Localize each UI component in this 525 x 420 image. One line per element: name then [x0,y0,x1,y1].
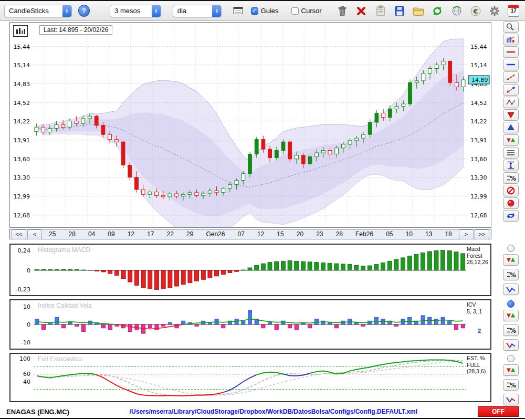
percent-scale-button[interactable]: % [503,172,519,184]
reload-globe-icon [451,5,463,17]
svg-text:14,52: 14,52 [14,100,30,107]
clipboard-button[interactable] [373,4,387,18]
nav-last-button[interactable]: >> [475,229,489,239]
arrows-red-green-icon [505,311,517,320]
macd-signals-button[interactable] [503,254,519,266]
nav-next-button[interactable]: > [459,229,474,239]
stochastic-signals-button[interactable] [503,364,519,376]
refresh-blue-icon [505,212,517,220]
signals-button[interactable] [503,134,519,146]
open-folder-button[interactable] [412,4,426,18]
svg-text:€: € [472,7,478,15]
date-tick: 12 [257,230,264,238]
date-navigation-bar: << < 2528040912172229Gen26071215202328Fe… [9,229,491,239]
arrow-up-blue-icon [505,123,517,132]
disable-button[interactable] [503,185,519,196]
reload-data-button[interactable] [449,4,464,18]
svg-text:0: 0 [27,321,30,328]
calendar-button[interactable]: 17 [507,4,521,18]
select-arrows-icon: ▲▼ [152,5,161,17]
clipboard-icon [375,5,386,17]
icv-radio[interactable] [507,300,514,308]
list-icon [505,149,517,157]
euro-button[interactable]: € [468,4,482,18]
zoom-button[interactable] [503,21,519,33]
svg-text:13,91: 13,91 [14,137,30,144]
zigzag-icon [505,98,517,107]
guides-label: Guies [261,7,279,15]
arrows-red-green-icon [505,366,517,374]
nav-prev-button[interactable]: < [27,229,42,239]
hline-blue-button[interactable] [503,59,519,70]
svg-text:12,68: 12,68 [470,212,487,219]
arrow-up-blue-button[interactable] [503,122,519,133]
delete-drawings-button[interactable] [354,4,369,18]
date-tick: Gen26 [206,230,225,238]
date-tick: 13 [425,230,432,238]
arrows-red-green-icon [505,136,517,144]
trend-arrows-icon [505,86,517,94]
svg-text:13,30: 13,30 [470,174,487,181]
stochastic-percent-button[interactable]: % [503,379,519,391]
help-button[interactable]: ? [78,5,90,17]
candlestick-chart[interactable]: 15,4415,4415,1415,1414,8314,8314,5214,52… [10,23,491,227]
svg-text:%: % [510,327,516,334]
chart-style-button[interactable] [13,25,28,37]
panel-toggle-button[interactable] [231,4,245,18]
trash-button[interactable] [335,4,350,18]
date-tick: 17 [147,230,154,238]
arrow-down-red-button[interactable] [503,109,519,121]
refresh-blue-button[interactable] [503,210,519,222]
config-path[interactable]: /Users/mserra/Library/CloudStorage/Dropb… [69,408,478,415]
svg-text:40: 40 [23,379,30,385]
settings-button[interactable] [487,4,501,18]
date-tick: 07 [238,230,245,238]
stochastic-radio[interactable] [507,355,514,362]
stochastic-panel: 1006040 Full Estocastico EST. %FULL(28,3… [9,353,491,402]
icv-curve-button[interactable] [503,339,519,351]
period-select[interactable]: 3 mesos ▲▼ [110,5,161,17]
arrows-red-green-icon [505,256,517,264]
guides-checkbox[interactable]: ✓ [251,7,258,15]
histogram-tool-button[interactable] [503,34,519,45]
refresh-button[interactable] [430,4,445,18]
icv-signals-button[interactable] [503,310,519,321]
zigzag-tool-button[interactable] [503,97,519,108]
svg-text:10: 10 [23,303,30,310]
hline-red-button[interactable] [503,46,519,58]
interval-select[interactable]: dia ▲▼ [173,5,222,17]
levels-list-button[interactable] [503,147,519,159]
svg-text:12,99: 12,99 [470,193,487,200]
calendar-icon: 17 [508,5,519,17]
svg-text:14,89: 14,89 [471,77,488,83]
date-tick: 12 [128,230,134,238]
gear-icon [488,5,501,17]
range-updown-button[interactable] [503,160,519,171]
svg-text:13,60: 13,60 [14,156,30,163]
record-button[interactable] [503,197,519,209]
open-folder-icon [412,6,425,16]
icv-percent-button[interactable]: % [503,324,519,336]
trend-arrows-button[interactable] [503,84,519,96]
macd-curve-button[interactable] [503,284,519,295]
select-arrows-icon: ▲▼ [212,5,221,17]
drawing-tools-column: % [503,21,519,223]
macd-tools-group: % [503,245,519,296]
trendline-button[interactable] [503,71,519,83]
chart-type-select[interactable]: CandleSticks ▲▼ [4,5,72,17]
hline-blue-icon [505,60,517,69]
refresh-icon [431,5,444,17]
svg-text:-10: -10 [21,339,30,346]
v-curve-blue-icon [505,285,517,293]
off-button[interactable]: OFF [478,406,519,417]
date-tick: 05 [386,230,393,238]
nav-first-button[interactable]: << [12,229,26,239]
macd-radio[interactable] [507,245,514,252]
panel-toggle-icon [233,6,244,15]
cursor-checkbox[interactable] [291,7,299,15]
save-button[interactable] [392,4,406,18]
date-tick: 28 [336,230,343,238]
stochastic-curve-button[interactable] [503,394,519,405]
symbol-label: ENAGAS (ENG.MC) [6,408,69,416]
macd-percent-button[interactable]: % [503,269,519,280]
